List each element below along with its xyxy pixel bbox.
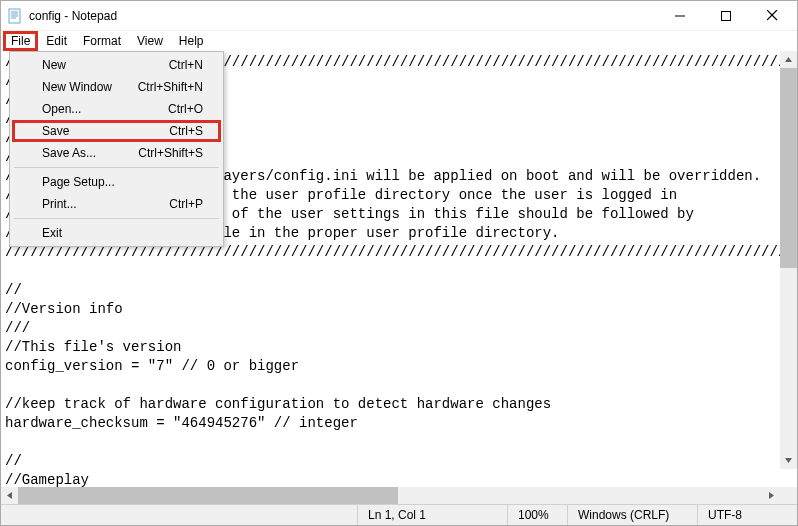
menu-item-label: Exit bbox=[42, 226, 62, 240]
menu-item-label: New Window bbox=[42, 80, 112, 94]
svg-marker-10 bbox=[785, 458, 792, 463]
menu-item-page-setup[interactable]: Page Setup... bbox=[12, 171, 221, 193]
menu-item-save[interactable]: Save Ctrl+S bbox=[12, 120, 221, 142]
scroll-right-arrow-icon[interactable] bbox=[763, 487, 780, 504]
menu-format[interactable]: Format bbox=[75, 31, 129, 51]
menu-item-shortcut: Ctrl+P bbox=[169, 197, 203, 211]
scroll-left-arrow-icon[interactable] bbox=[1, 487, 18, 504]
svg-rect-6 bbox=[722, 11, 731, 20]
horizontal-scroll-thumb[interactable] bbox=[18, 487, 398, 504]
menu-item-exit[interactable]: Exit bbox=[12, 222, 221, 244]
scroll-corner bbox=[780, 487, 797, 504]
scroll-up-arrow-icon[interactable] bbox=[780, 51, 797, 68]
menu-item-label: Save As... bbox=[42, 146, 96, 160]
menu-item-shortcut: Ctrl+O bbox=[168, 102, 203, 116]
menu-item-label: Open... bbox=[42, 102, 81, 116]
menu-item-shortcut: Ctrl+Shift+S bbox=[138, 146, 203, 160]
menu-separator bbox=[14, 218, 219, 219]
minimize-button[interactable] bbox=[657, 1, 703, 31]
status-zoom: 100% bbox=[507, 505, 567, 525]
file-menu-dropdown: New Ctrl+N New Window Ctrl+Shift+N Open.… bbox=[9, 51, 224, 247]
close-button[interactable] bbox=[749, 1, 795, 31]
menu-separator bbox=[14, 167, 219, 168]
menu-view[interactable]: View bbox=[129, 31, 171, 51]
status-bar: Ln 1, Col 1 100% Windows (CRLF) UTF-8 bbox=[1, 504, 797, 525]
status-position: Ln 1, Col 1 bbox=[357, 505, 507, 525]
menu-item-save-as[interactable]: Save As... Ctrl+Shift+S bbox=[12, 142, 221, 164]
menu-item-open[interactable]: Open... Ctrl+O bbox=[12, 98, 221, 120]
vertical-scrollbar[interactable] bbox=[780, 51, 797, 469]
title-bar: config - Notepad bbox=[1, 1, 797, 31]
svg-marker-12 bbox=[769, 492, 774, 499]
menu-item-shortcut: Ctrl+Shift+N bbox=[138, 80, 203, 94]
maximize-button[interactable] bbox=[703, 1, 749, 31]
status-empty bbox=[1, 505, 357, 525]
notepad-icon bbox=[7, 8, 23, 24]
status-line-ending: Windows (CRLF) bbox=[567, 505, 697, 525]
menu-item-label: New bbox=[42, 58, 66, 72]
menu-item-label: Save bbox=[42, 124, 69, 138]
svg-marker-9 bbox=[785, 57, 792, 62]
menu-item-print[interactable]: Print... Ctrl+P bbox=[12, 193, 221, 215]
scroll-down-arrow-icon[interactable] bbox=[780, 452, 797, 469]
menu-item-new[interactable]: New Ctrl+N bbox=[12, 54, 221, 76]
menu-item-label: Print... bbox=[42, 197, 77, 211]
vertical-scroll-thumb[interactable] bbox=[780, 68, 797, 268]
window-title: config - Notepad bbox=[29, 9, 117, 23]
menu-help[interactable]: Help bbox=[171, 31, 212, 51]
menu-file[interactable]: File bbox=[3, 31, 38, 51]
status-encoding: UTF-8 bbox=[697, 505, 797, 525]
menu-bar: File Edit Format View Help bbox=[1, 31, 797, 51]
horizontal-scrollbar[interactable] bbox=[1, 487, 780, 504]
menu-item-shortcut: Ctrl+N bbox=[169, 58, 203, 72]
menu-item-new-window[interactable]: New Window Ctrl+Shift+N bbox=[12, 76, 221, 98]
menu-edit[interactable]: Edit bbox=[38, 31, 75, 51]
menu-item-shortcut: Ctrl+S bbox=[169, 124, 203, 138]
menu-item-label: Page Setup... bbox=[42, 175, 115, 189]
svg-marker-11 bbox=[7, 492, 12, 499]
